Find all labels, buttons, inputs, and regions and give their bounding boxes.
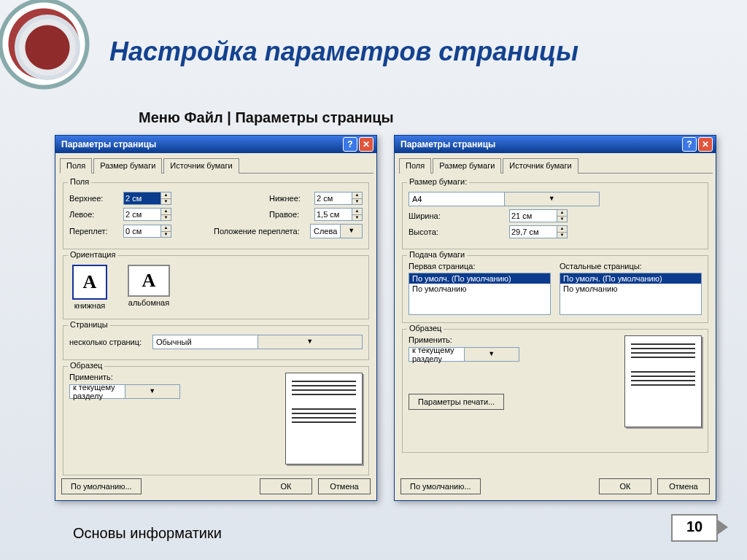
page-setup-dialog-margins: Параметры страницы ? ✕ Поля Размер бумаг… [55,135,377,501]
page-setup-dialog-paper: Параметры страницы ? ✕ Поля Размер бумаг… [394,135,716,501]
ok-button[interactable]: ОК [599,478,651,494]
dialog-title: Параметры страницы [61,139,156,149]
print-options-button[interactable]: Параметры печати... [409,394,504,410]
margins-legend: Поля [68,177,91,186]
default-button[interactable]: По умолчанию... [61,478,142,494]
close-icon[interactable]: ✕ [698,137,713,152]
height-spinner[interactable]: ▲▼ [509,225,568,238]
multi-pages-label: несколько страниц: [69,338,150,346]
titlebar[interactable]: Параметры страницы ? ✕ [395,136,716,153]
gutter-label: Переплет: [69,227,120,236]
orientation-landscape[interactable]: A альбомная [128,265,170,310]
paper-legend: Размер бумаги: [407,177,469,186]
tab-margins[interactable]: Поля [60,158,92,174]
multi-pages-combo[interactable]: Обычный▼ [152,335,363,349]
first-page-label: Первая страница: [409,262,551,271]
group-sample: Образец Применить: к текущему разделу▼ [63,366,369,475]
tab-margins[interactable]: Поля [399,158,431,174]
gutter-spinner[interactable]: ▲▼ [123,225,171,238]
list-item[interactable]: По умолч. (По умолчанию) [409,273,550,284]
list-item[interactable]: По умолчанию [560,284,701,294]
right-margin-spinner[interactable]: ▲▼ [314,208,363,221]
page-preview [624,335,702,427]
other-pages-label: Остальные страницы: [560,262,702,271]
tabstrip: Поля Размер бумаги Источник бумаги [60,158,374,174]
list-item[interactable]: По умолч. (По умолчанию) [560,273,701,284]
tabstrip: Поля Размер бумаги Источник бумаги [399,158,713,174]
group-orientation: Ориентация A книжная A альбомная [63,255,369,319]
close-icon[interactable]: ✕ [359,137,374,152]
width-spinner[interactable]: ▲▼ [509,209,568,222]
sample-legend: Образец [68,361,104,370]
gutter-pos-combo[interactable]: Слева▼ [310,224,363,238]
help-icon[interactable]: ? [343,137,357,152]
tab-paper-source[interactable]: Источник бумаги [503,158,578,174]
cancel-button[interactable]: Отмена [657,478,710,494]
other-pages-list[interactable]: По умолч. (По умолчанию) По умолчанию [560,273,702,315]
group-paper-size: Размер бумаги: A4▼ Ширина: ▲▼ Высота: [402,182,708,249]
bottom-margin-spinner[interactable]: ▲▼ [314,192,363,205]
right-margin-label: Правое: [269,210,311,219]
page-preview [285,373,363,464]
cancel-button[interactable]: Отмена [318,478,371,494]
apply-combo[interactable]: к текущему разделу▼ [409,347,519,362]
width-label: Ширина: [409,211,467,220]
left-margin-label: Левое: [69,210,120,219]
left-margin-spinner[interactable]: ▲▼ [123,208,171,221]
top-margin-spinner[interactable]: ▲▼ [123,192,171,205]
dialog-title: Параметры страницы [400,139,495,149]
list-item[interactable]: По умолчанию [409,284,550,294]
group-sample: Образец Применить: к текущему разделу▼ П… [402,329,708,453]
page-number-badge: 10 [671,514,718,542]
bottom-margin-label: Нижнее: [269,194,311,203]
tab-paper-size[interactable]: Размер бумаги [93,158,162,174]
pages-legend: Страницы [68,320,110,329]
slide-subtitle: Меню Файл | Параметры страницы [139,109,394,126]
titlebar[interactable]: Параметры страницы ? ✕ [55,136,376,153]
group-pages: Страницы несколько страниц: Обычный▼ [63,325,369,360]
sample-legend: Образец [407,324,444,332]
landscape-icon: A [128,265,170,297]
slide-title: Настройка параметров страницы [109,36,725,67]
slide-footer: Основы информатики [73,525,222,542]
orientation-legend: Ориентация [68,250,117,259]
gutter-pos-label: Положение переплета: [214,227,307,236]
top-margin-label: Верхнее: [69,194,120,203]
group-paper-source: Подача бумаги Первая страница: По умолч.… [402,255,708,323]
group-margins: Поля Верхнее: ▲▼ Нижнее: ▲▼ Левое: ▲▼ [63,182,369,249]
portrait-icon: A [72,265,107,300]
help-icon[interactable]: ? [682,137,697,152]
source-legend: Подача бумаги [407,250,467,259]
tab-paper-source[interactable]: Источник бумаги [163,158,239,174]
apply-label: Применить: [409,335,617,344]
ok-button[interactable]: ОК [260,478,312,494]
paper-size-combo[interactable]: A4▼ [409,192,600,206]
default-button[interactable]: По умолчанию... [400,478,481,494]
first-page-list[interactable]: По умолч. (По умолчанию) По умолчанию [409,273,551,315]
apply-combo[interactable]: к текущему разделу▼ [69,384,180,399]
height-label: Высота: [409,228,467,236]
orientation-portrait[interactable]: A книжная [72,265,107,310]
apply-label: Применить: [69,373,278,381]
tab-paper-size[interactable]: Размер бумаги [433,158,501,174]
slide-logo [15,15,80,80]
